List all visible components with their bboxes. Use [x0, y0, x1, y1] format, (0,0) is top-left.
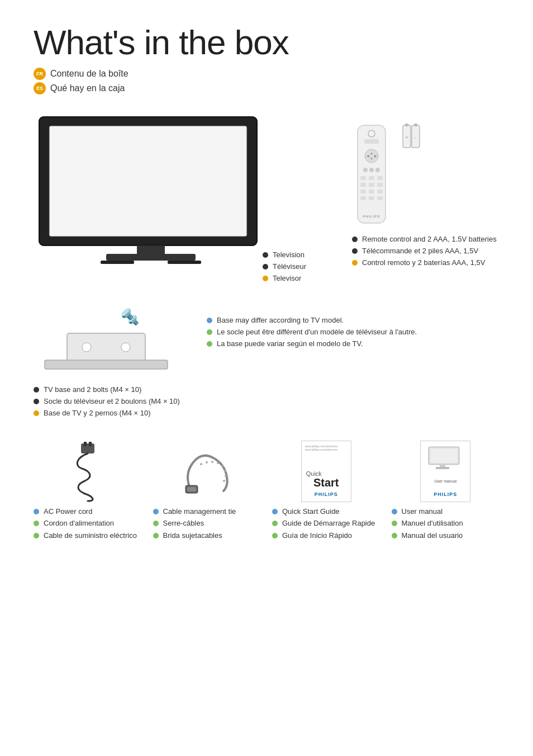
svg-point-49 [211, 461, 213, 463]
svg-point-15 [369, 168, 374, 172]
dot-um-es [392, 533, 397, 538]
svg-rect-31 [405, 124, 408, 126]
svg-rect-45 [187, 487, 196, 492]
remote-label-en: Remote control and 2 AAA, 1.5V batteries [352, 234, 499, 244]
svg-point-53 [225, 475, 227, 477]
user-manual-es-text: Manual del usuario [402, 531, 463, 541]
base-note-es: La base puede variar según el modelo de … [207, 339, 499, 349]
svg-point-14 [363, 168, 368, 172]
svg-rect-37 [67, 333, 145, 361]
tv-label-fr-text: Téléviseur [273, 262, 306, 272]
svg-line-46 [196, 466, 221, 471]
remote-label-es-text: Control remoto y 2 baterías AAA, 1,5V [362, 258, 485, 268]
user-manual-fr-text: Manuel d'utilisation [402, 518, 463, 528]
svg-rect-26 [360, 196, 366, 200]
cable-tie-es: Brida sujetacables [153, 531, 236, 541]
svg-rect-40 [45, 360, 168, 369]
base-notes-list: Base may differ according to TV model. L… [207, 315, 499, 349]
power-cord-item: AC Power cord Cordon d'alimentation Cabl… [34, 441, 142, 542]
svg-rect-5 [168, 261, 201, 264]
svg-rect-3 [106, 254, 196, 261]
um-brand: PHILIPS [434, 492, 457, 497]
base-note-fr: Le socle peut être différent d'un modèle… [207, 327, 499, 337]
base-label-fr-text: Socle du téléviseur et 2 boulons (M4 × 1… [44, 396, 180, 407]
base-svg: 🔩 [34, 305, 190, 378]
dot-remote-en [352, 237, 358, 242]
quick-start-fr-text: Guide de Démarrage Rapide [282, 518, 375, 528]
svg-rect-25 [377, 190, 383, 193]
qs-line2: Start [313, 477, 339, 488]
cable-tie-en-text: Cable management tie [163, 507, 236, 517]
svg-rect-22 [377, 183, 383, 187]
tv-illustration [34, 111, 268, 270]
user-manual-illustration: User manual PHILIPS [392, 441, 500, 502]
user-manual-item: User manual PHILIPS User manual Manuel d… [392, 441, 500, 542]
dot-tv-es [263, 276, 268, 281]
dot-base-note-en [207, 318, 212, 323]
cable-tie-item: Cable management tie Serre-câbles Brida … [153, 441, 261, 542]
svg-rect-33 [414, 124, 417, 126]
section-tv-remote: Television Téléviseur Televisor [34, 111, 499, 286]
svg-point-39 [121, 343, 130, 352]
base-label-es: Base de TV y 2 pernos (M4 × 10) [34, 408, 499, 418]
remote-label-en-text: Remote control and 2 AAA, 1.5V batteries [362, 234, 497, 244]
quick-start-es: Guía de Inicio Rápido [272, 531, 375, 541]
cable-tie-en: Cable management tie [153, 507, 236, 517]
tv-label-en-text: Television [273, 250, 304, 260]
svg-rect-20 [360, 183, 366, 187]
quick-start-book: www.philips.com/welcome www.philips.com/… [301, 441, 351, 502]
dot-pc-fr [34, 521, 39, 526]
dot-tv-en [263, 252, 268, 258]
base-label-list: TV base and 2 bolts (M4 × 10) Socle du t… [34, 385, 499, 419]
dot-ct-fr [153, 521, 159, 526]
dot-ct-en [153, 509, 159, 514]
svg-rect-41 [81, 443, 94, 453]
remote-label-list: Remote control and 2 AAA, 1.5V batteries… [352, 234, 499, 268]
um-label: User manual [434, 479, 456, 483]
quick-start-fr: Guide de Démarrage Rapide [272, 518, 375, 528]
svg-text:▶: ▶ [374, 154, 377, 158]
cable-tie-labels: Cable management tie Serre-câbles Brida … [153, 507, 236, 542]
user-manual-labels: User manual Manuel d'utilisation Manual … [392, 507, 463, 542]
remote-label-fr-text: Télécommande et 2 piles AAA, 1,5V [362, 246, 478, 256]
remote-label-fr: Télécommande et 2 piles AAA, 1,5V [352, 246, 499, 256]
qs-url2: www.philips.com/welcome [305, 448, 348, 451]
svg-rect-58 [436, 467, 449, 469]
dot-remote-fr [352, 248, 358, 254]
power-cord-illustration [34, 441, 142, 502]
remote-label-es: Control remoto y 2 baterías AAA, 1,5V [352, 258, 499, 268]
base-note-fr-text: Le socle peut être différent d'un modèle… [217, 327, 417, 337]
svg-point-48 [206, 461, 208, 464]
tv-label-es-text: Televisor [273, 273, 301, 284]
um-tv-svg [427, 446, 464, 471]
remote-svg: ▲ ▼ ◀ ▶ [352, 122, 391, 229]
lang-es-line: ES Qué hay en la caja [34, 82, 499, 94]
svg-text:PHILIPS: PHILIPS [363, 215, 380, 218]
svg-rect-2 [137, 245, 165, 254]
es-text: Qué hay en la caja [50, 83, 125, 93]
power-cord-en: AC Power cord [34, 507, 137, 517]
section-accessories: AC Power cord Cordon d'alimentation Cabl… [34, 441, 499, 542]
power-cord-es-text: Cable de suministro eléctrico [44, 531, 137, 541]
base-label-fr: Socle du téléviseur et 2 boulons (M4 × 1… [34, 396, 499, 407]
remote-area: ▲ ▼ ◀ ▶ [352, 111, 499, 270]
svg-text:▼: ▼ [370, 157, 373, 160]
qs-brand: PHILIPS [315, 492, 338, 497]
dot-base-note-fr [207, 329, 212, 335]
user-manual-en-text: User manual [402, 507, 443, 517]
svg-rect-8 [364, 139, 379, 144]
svg-point-54 [223, 480, 225, 482]
svg-point-47 [200, 463, 202, 465]
base-right: Base may differ according to TV model. L… [207, 305, 499, 358]
fr-badge: FR [34, 68, 46, 80]
base-note-en-text: Base may differ according to TV model. [217, 315, 344, 325]
cable-tie-fr-text: Serre-câbles [163, 518, 204, 528]
dot-um-en [392, 509, 397, 514]
svg-rect-18 [369, 176, 374, 180]
tv-label-es: Televisor [263, 273, 341, 284]
user-manual-fr: Manuel d'utilisation [392, 518, 463, 528]
quick-start-illustration: www.philips.com/welcome www.philips.com/… [272, 441, 380, 502]
tv-label-fr: Téléviseur [263, 262, 341, 272]
lang-fr-line: FR Contenu de la boîte [34, 68, 499, 80]
svg-rect-43 [89, 442, 92, 446]
